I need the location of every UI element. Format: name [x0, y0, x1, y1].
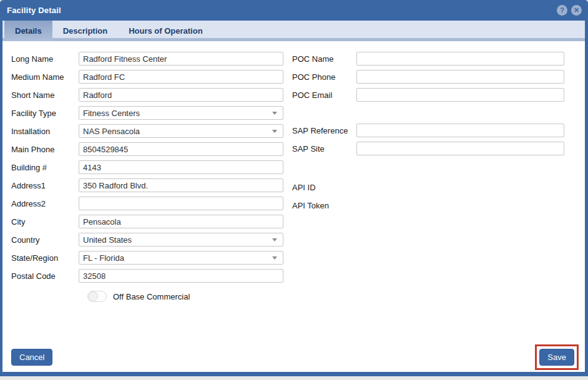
save-highlight-annotation: Save: [535, 344, 579, 370]
form-row: City: [11, 215, 284, 228]
country-label: Country: [11, 235, 79, 245]
state-region-value: FL - Florida: [83, 253, 124, 263]
facility-detail-dialog: Facility Detail ? ✕ Details Description …: [0, 0, 588, 376]
poc-email-input[interactable]: [356, 88, 564, 102]
titlebar-icons: ? ✕: [557, 5, 582, 16]
api-token-label: API Token: [292, 201, 356, 210]
form-row: SAP Reference: [292, 124, 585, 137]
form-row: API Token: [292, 200, 585, 211]
form-row: API ID: [292, 182, 585, 193]
form-row: Address2: [11, 197, 284, 210]
close-icon[interactable]: ✕: [571, 5, 582, 16]
installation-label: Installation: [11, 127, 79, 136]
form-left-column: Long Name Medium Name Short Name Facilit…: [2, 52, 284, 302]
titlebar: Facility Detail ? ✕: [0, 0, 588, 21]
address2-input[interactable]: [79, 197, 283, 210]
address1-input[interactable]: [79, 178, 283, 192]
poc-email-label: POC Email: [292, 90, 356, 100]
medium-name-label: Medium Name: [11, 72, 79, 82]
city-input[interactable]: [79, 215, 283, 228]
details-tab-content: Long Name Medium Name Short Name Facilit…: [2, 41, 585, 372]
tab-description[interactable]: Description: [52, 21, 119, 41]
installation-value: NAS Pensacola: [83, 127, 140, 136]
sap-reference-label: SAP Reference: [292, 126, 356, 135]
tab-bar: Details Description Hours of Operation: [2, 21, 585, 41]
installation-select[interactable]: NAS Pensacola: [79, 124, 283, 138]
form-row: Medium Name: [11, 70, 284, 84]
off-base-commercial-row: Off Base Commercial: [87, 291, 284, 302]
facility-type-value: Fitness Centers: [83, 109, 140, 118]
tab-hours-of-operation[interactable]: Hours of Operation: [118, 21, 213, 41]
chevron-down-icon: [272, 130, 277, 133]
form-row: Long Name: [11, 52, 284, 66]
form-row: Facility Type Fitness Centers: [11, 106, 284, 120]
short-name-input[interactable]: [79, 88, 283, 102]
form-row: SAP Site: [292, 142, 585, 155]
country-value: United States: [83, 235, 132, 245]
short-name-label: Short Name: [11, 90, 79, 100]
facility-type-label: Facility Type: [11, 109, 79, 118]
postal-code-label: Postal Code: [11, 271, 79, 281]
form-row: Address1: [11, 178, 284, 192]
off-base-commercial-label: Off Base Commercial: [113, 292, 190, 301]
chevron-down-icon: [272, 112, 277, 115]
poc-name-input[interactable]: [356, 52, 564, 66]
api-id-label: API ID: [292, 183, 356, 192]
building-number-label: Building #: [11, 163, 79, 172]
sap-reference-input[interactable]: [356, 124, 564, 137]
chevron-down-icon: [272, 238, 277, 241]
dialog-title: Facility Detail: [7, 6, 61, 15]
building-number-input[interactable]: [79, 160, 283, 174]
address1-label: Address1: [11, 181, 79, 190]
long-name-input[interactable]: [79, 52, 283, 66]
facility-type-select[interactable]: Fitness Centers: [79, 106, 283, 120]
cancel-button-area: Cancel: [11, 349, 52, 366]
tab-details[interactable]: Details: [4, 21, 52, 41]
country-select[interactable]: United States: [79, 233, 283, 246]
medium-name-input[interactable]: [79, 70, 283, 84]
main-phone-input[interactable]: [79, 142, 283, 156]
state-region-select[interactable]: FL - Florida: [79, 251, 283, 265]
cancel-button[interactable]: Cancel: [11, 349, 52, 366]
long-name-label: Long Name: [11, 54, 79, 64]
form-right-column: POC Name POC Phone POC Email SAP Referen…: [284, 52, 585, 302]
form-row: POC Phone: [292, 70, 585, 84]
form-row: Country United States: [11, 233, 284, 246]
form-row: State/Region FL - Florida: [11, 251, 284, 265]
form-row: Main Phone: [11, 142, 284, 156]
main-phone-label: Main Phone: [11, 145, 79, 154]
sap-site-label: SAP Site: [292, 144, 356, 153]
off-base-commercial-toggle[interactable]: [87, 291, 107, 302]
help-icon[interactable]: ?: [557, 5, 567, 16]
toggle-knob: [88, 291, 98, 301]
form-row: Short Name: [11, 88, 284, 102]
address2-label: Address2: [11, 199, 79, 208]
form-row: Postal Code: [11, 269, 284, 283]
chevron-down-icon: [272, 256, 277, 260]
form-row: POC Email: [292, 88, 585, 102]
city-label: City: [11, 217, 79, 227]
form-row: POC Name: [292, 52, 585, 66]
postal-code-input[interactable]: [79, 269, 283, 283]
poc-phone-input[interactable]: [356, 70, 564, 84]
state-region-label: State/Region: [11, 253, 79, 263]
save-button[interactable]: Save: [539, 349, 574, 366]
sap-site-input[interactable]: [356, 142, 564, 155]
poc-phone-label: POC Phone: [292, 72, 356, 82]
form-row: Building #: [11, 160, 284, 174]
form-row: Installation NAS Pensacola: [11, 124, 284, 138]
poc-name-label: POC Name: [292, 54, 356, 64]
